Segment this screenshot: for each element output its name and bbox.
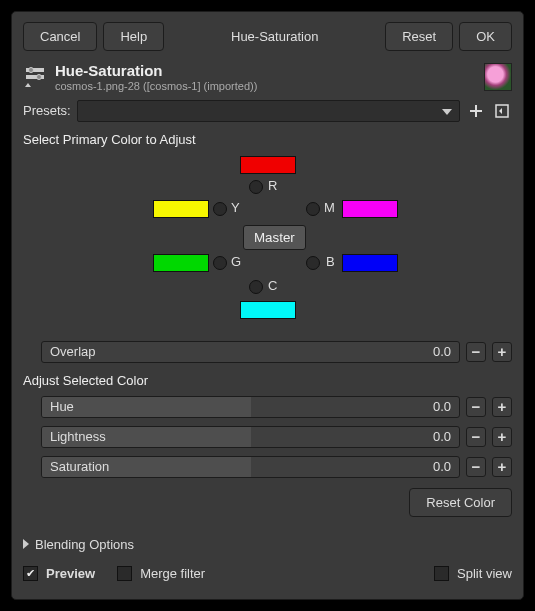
hue-slider-value: 0.0 [433, 399, 451, 414]
swatch-green[interactable] [153, 254, 209, 272]
overlap-slider-value: 0.0 [433, 344, 451, 359]
lightness-slider[interactable]: Lightness 0.0 [41, 426, 460, 448]
overlap-slider[interactable]: Overlap 0.0 [41, 341, 460, 363]
adjust-selected-label: Adjust Selected Color [23, 373, 512, 388]
saturation-row: Saturation 0.0 − + [23, 456, 512, 478]
label-red: R [268, 178, 277, 193]
overlap-increment[interactable]: + [492, 342, 512, 362]
saturation-increment[interactable]: + [492, 457, 512, 477]
merge-filter-checkbox[interactable] [117, 566, 132, 581]
presets-dropdown[interactable] [77, 100, 460, 122]
swatch-magenta[interactable] [342, 200, 398, 218]
dialog-name-label: Hue-Saturation [225, 22, 324, 51]
presets-row: Presets: [23, 100, 512, 122]
saturation-slider-label: Saturation [50, 459, 109, 474]
hue-decrement[interactable]: − [466, 397, 486, 417]
merge-filter-label: Merge filter [140, 566, 205, 581]
svg-point-2 [29, 68, 34, 73]
radio-blue[interactable] [306, 256, 320, 270]
presets-label: Presets: [23, 103, 71, 118]
radio-red[interactable] [249, 180, 263, 194]
svg-point-3 [37, 75, 42, 80]
file-subtitle: cosmos-1.png-28 ([cosmos-1] (imported)) [55, 80, 257, 92]
overlap-slider-label: Overlap [50, 344, 96, 359]
reset-color-button[interactable]: Reset Color [409, 488, 512, 517]
label-magenta: M [324, 200, 335, 215]
hue-row: Hue 0.0 − + [23, 396, 512, 418]
title-row: Hue-Saturation cosmos-1.png-28 ([cosmos-… [23, 63, 512, 92]
blending-options-expander[interactable]: Blending Options [23, 537, 512, 552]
swatch-red[interactable] [240, 156, 296, 174]
lightness-slider-label: Lightness [50, 429, 106, 444]
split-view-checkbox[interactable] [434, 566, 449, 581]
radio-cyan[interactable] [249, 280, 263, 294]
hue-increment[interactable]: + [492, 397, 512, 417]
radio-yellow[interactable] [213, 202, 227, 216]
lightness-slider-value: 0.0 [433, 429, 451, 444]
title-text: Hue-Saturation cosmos-1.png-28 ([cosmos-… [55, 63, 257, 92]
overlap-row: Overlap 0.0 − + [23, 341, 512, 363]
hue-slider[interactable]: Hue 0.0 [41, 396, 460, 418]
split-view-label: Split view [457, 566, 512, 581]
hue-saturation-tool-icon [23, 65, 47, 89]
master-button[interactable]: Master [243, 225, 306, 250]
swatch-blue[interactable] [342, 254, 398, 272]
saturation-decrement[interactable]: − [466, 457, 486, 477]
top-button-bar: Cancel Help Hue-Saturation Reset OK [23, 22, 512, 51]
preview-checkbox[interactable]: ✔ [23, 566, 38, 581]
image-thumbnail [484, 63, 512, 91]
help-button[interactable]: Help [103, 22, 164, 51]
color-wheel: R Y M Master G B C [23, 153, 512, 333]
radio-green[interactable] [213, 256, 227, 270]
saturation-slider-value: 0.0 [433, 459, 451, 474]
lightness-decrement[interactable]: − [466, 427, 486, 447]
lightness-increment[interactable]: + [492, 427, 512, 447]
blending-options-label: Blending Options [35, 537, 134, 552]
ok-button[interactable]: OK [459, 22, 512, 51]
swatch-cyan[interactable] [240, 301, 296, 319]
footer-row: ✔ Preview Merge filter Split view [23, 566, 512, 581]
preview-label: Preview [46, 566, 95, 581]
page-title: Hue-Saturation [55, 63, 257, 80]
lightness-row: Lightness 0.0 − + [23, 426, 512, 448]
swatch-yellow[interactable] [153, 200, 209, 218]
label-blue: B [326, 254, 335, 269]
label-cyan: C [268, 278, 277, 293]
radio-magenta[interactable] [306, 202, 320, 216]
select-primary-label: Select Primary Color to Adjust [23, 132, 512, 147]
cancel-button[interactable]: Cancel [23, 22, 97, 51]
hue-saturation-dialog: Cancel Help Hue-Saturation Reset OK Hue-… [11, 11, 524, 600]
label-yellow: Y [231, 200, 240, 215]
hue-slider-label: Hue [50, 399, 74, 414]
add-preset-icon[interactable] [466, 101, 486, 121]
reset-button[interactable]: Reset [385, 22, 453, 51]
triangle-right-icon [23, 539, 29, 549]
manage-presets-icon[interactable] [492, 101, 512, 121]
overlap-decrement[interactable]: − [466, 342, 486, 362]
label-green: G [231, 254, 241, 269]
saturation-slider[interactable]: Saturation 0.0 [41, 456, 460, 478]
